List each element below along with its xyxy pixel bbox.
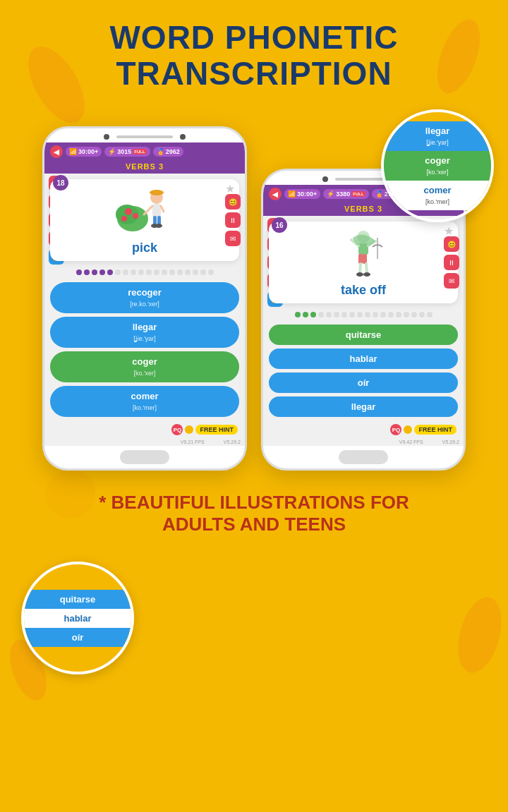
hint-icon-right: PQ xyxy=(390,424,401,435)
back-btn-right[interactable]: ◀ xyxy=(269,188,282,200)
card-label-left: VERBS 3 xyxy=(44,161,245,174)
btn-emoji-r[interactable]: 😊 xyxy=(444,236,459,252)
hint-bar-right: PQ FREE HINT xyxy=(263,421,464,440)
dot-empty xyxy=(318,312,324,317)
dot-active xyxy=(310,312,316,317)
svg-line-27 xyxy=(360,264,361,273)
bubble-row-llegar: llegar[ʝie.'yar] xyxy=(384,121,491,151)
svg-point-8 xyxy=(125,208,132,215)
answer-options-right: quitarse hablar oír llegar xyxy=(263,320,464,421)
dot-empty xyxy=(185,269,190,275)
medal-icon-right: 🏅 xyxy=(375,190,383,198)
camera-right xyxy=(322,176,328,182)
flashcard-area-left: ✂ ☀ Aa 🖼 👍 18 ★ xyxy=(44,174,245,267)
status-score-right: ⚡ 3380 FULL xyxy=(323,189,368,199)
flashcard-illustration-right xyxy=(332,227,395,280)
dot-empty xyxy=(411,312,417,317)
dot-empty xyxy=(349,312,355,317)
bottom-tagline: * BEAUTIFUL ILLUSTRATIONS FOR ADULTS AND… xyxy=(0,478,508,557)
progress-dots-left xyxy=(44,267,245,278)
btn-pause[interactable]: ⏸ xyxy=(225,212,241,228)
flashcard-right: 16 ★ xyxy=(269,222,458,303)
dot-empty xyxy=(123,269,128,275)
svg-point-29 xyxy=(356,272,363,277)
bubble-row-oir: oír xyxy=(24,628,131,647)
bubble-left: quitarse hablar oír xyxy=(21,562,134,674)
dot-empty xyxy=(373,312,378,317)
hint-icon-left: PQ xyxy=(171,424,183,435)
phone-left: ◀ 📶 30:00+ ⚡ 3015 FULL 🏅 2962 VERBS 3 ✂ … xyxy=(42,126,247,471)
hint-free-left[interactable]: FREE HINT xyxy=(195,425,238,435)
dot-active xyxy=(303,312,308,317)
answer-btn-3[interactable]: coger[ko.'xer] xyxy=(50,351,239,382)
svg-rect-13 xyxy=(152,190,162,195)
dot-empty xyxy=(131,269,136,275)
dot-empty xyxy=(115,269,121,275)
svg-line-16 xyxy=(161,206,164,212)
answer-btn-r2[interactable]: hablar xyxy=(269,349,458,369)
svg-line-15 xyxy=(144,206,152,214)
phone-top-bar-left xyxy=(44,128,245,143)
dot-empty xyxy=(388,312,394,317)
dot-empty xyxy=(365,312,370,317)
svg-point-30 xyxy=(363,272,370,277)
dot-empty xyxy=(162,269,167,275)
dot-empty xyxy=(146,269,152,275)
svg-rect-14 xyxy=(152,204,161,217)
answer-btn-4[interactable]: comer[ko.'mer] xyxy=(50,386,239,417)
dot-empty xyxy=(404,312,409,317)
progress-dots-right xyxy=(263,309,464,320)
dot-empty xyxy=(419,312,425,317)
svg-point-4 xyxy=(451,593,508,678)
hint-orange-dot-right xyxy=(404,425,412,434)
svg-rect-22 xyxy=(358,243,368,255)
back-btn-left[interactable]: ◀ xyxy=(50,145,63,158)
flashcard-illustration-left xyxy=(113,185,176,238)
tagline-line2: ADULTS AND TEENS xyxy=(21,514,487,535)
btn-pause-r[interactable]: ⏸ xyxy=(444,255,459,270)
header-section: WORD PHONETIC TRANSCRIPTION xyxy=(0,0,508,98)
btn-emoji[interactable]: 😊 xyxy=(225,194,241,210)
btn-mail-r[interactable]: ✉ xyxy=(444,273,459,289)
hint-orange-dot xyxy=(185,425,193,434)
home-btn-left[interactable] xyxy=(120,450,169,464)
dot-empty xyxy=(208,269,214,275)
answer-btn-r1[interactable]: quitarse xyxy=(269,325,458,345)
bubble-row-comer: comer[ko.'mer] xyxy=(384,181,491,210)
svg-rect-23 xyxy=(358,254,363,264)
svg-rect-24 xyxy=(363,254,367,264)
hint-free-right[interactable]: FREE HINT xyxy=(414,425,456,435)
pick-illustration xyxy=(113,185,176,238)
dot xyxy=(92,269,97,275)
camera-left xyxy=(104,134,109,140)
dot xyxy=(84,269,90,275)
dot xyxy=(99,269,105,275)
answer-btn-2[interactable]: llegar[ʝie.'yar] xyxy=(50,317,239,348)
bolt-icon-left: ⚡ xyxy=(108,148,116,155)
bubble-row-hablar: hablar xyxy=(24,609,131,628)
flashcard-area-right: ✂ ☀ Aa 🖼 👍 16 ★ xyxy=(263,216,464,309)
answer-options-left: recoger[re.ko.'xer] llegar[ʝie.'yar] cog… xyxy=(44,278,245,421)
dot-active xyxy=(295,312,301,317)
speaker-left xyxy=(116,135,173,138)
answer-btn-1[interactable]: recoger[re.ko.'xer] xyxy=(50,282,239,313)
version-right: V9.42 FPS V5.29.2 xyxy=(263,440,464,446)
btn-mail[interactable]: ✉ xyxy=(225,231,241,246)
hint-bar-left: PQ FREE HINT xyxy=(44,421,245,440)
home-btn-right[interactable] xyxy=(339,450,388,464)
status-coins-left: 🏅 2962 xyxy=(153,147,183,157)
header-title: WORD PHONETIC TRANSCRIPTION xyxy=(14,20,494,91)
answer-btn-r4[interactable]: llegar xyxy=(269,396,458,417)
takeoff-illustration xyxy=(332,227,395,280)
dot-empty xyxy=(334,312,339,317)
dot xyxy=(76,269,82,275)
dot-empty xyxy=(357,312,363,317)
wifi-icon-right: 📶 xyxy=(288,190,296,198)
dot-empty xyxy=(169,269,175,275)
answer-btn-r3[interactable]: oír xyxy=(269,372,458,393)
side-buttons-right-phone-right: 😊 ⏸ ✉ xyxy=(444,236,459,289)
svg-line-28 xyxy=(366,264,367,273)
svg-point-10 xyxy=(121,216,127,222)
flashcard-left: 18 ★ xyxy=(50,179,239,261)
bubble-row-quitarse: quitarse xyxy=(24,590,131,609)
